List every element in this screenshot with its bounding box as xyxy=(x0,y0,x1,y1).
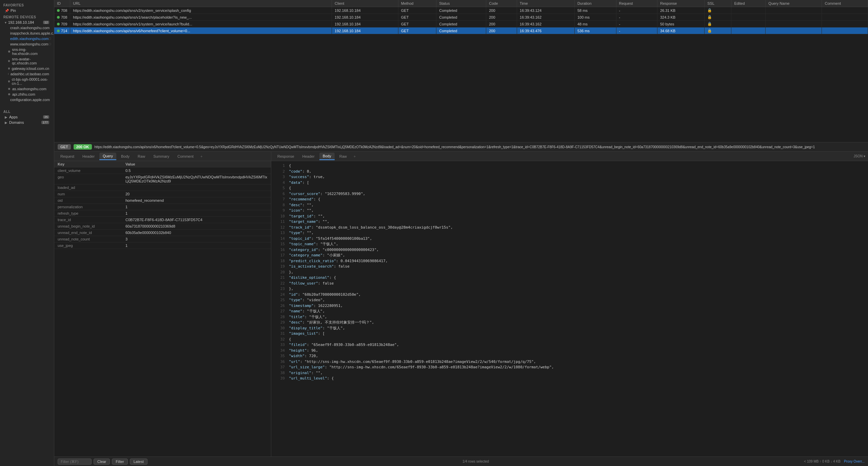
tab-response-header[interactable]: Header xyxy=(299,153,318,160)
sidebar-item-apps[interactable]: ▶ Apps 25 xyxy=(1,114,53,120)
line-content: { xyxy=(289,186,291,191)
json-line: 3 "success": true, xyxy=(275,174,865,180)
col-time[interactable]: Time xyxy=(517,0,574,7)
kv-row[interactable]: geo eyJsYXRpdGRdHVkZSI6MzEuMjU2NzQyNTUwN… xyxy=(54,174,271,185)
add-tab-button[interactable]: + xyxy=(198,153,204,160)
cell-id: 714 xyxy=(54,27,70,34)
tab-request[interactable]: Request xyxy=(57,153,78,160)
cell-code: 200 xyxy=(486,27,517,34)
tab-summary[interactable]: Summary xyxy=(150,153,173,160)
cell-response: 34.68 KB xyxy=(657,27,704,34)
cell-time: 16:39:43.162 xyxy=(517,21,574,27)
kv-value xyxy=(122,185,271,191)
cell-response: 50 bytes xyxy=(657,21,704,27)
cell-id: 709 xyxy=(54,21,70,27)
json-format-label[interactable]: JSON ▾ xyxy=(854,154,865,158)
col-response[interactable]: Response xyxy=(657,0,704,7)
clear-button[interactable]: Clear xyxy=(94,459,110,465)
kv-row[interactable]: client_volume 0.5 xyxy=(54,168,271,174)
line-content: "recommend": { xyxy=(289,197,320,202)
tab-body[interactable]: Body xyxy=(118,153,133,160)
tab-comment[interactable]: Comment xyxy=(174,153,197,160)
kv-key: loaded_ad xyxy=(54,185,122,191)
tab-response-raw[interactable]: Raw xyxy=(336,153,350,160)
chevron-right-icon-apps: ▶ xyxy=(5,115,7,119)
kv-row[interactable]: unread_end_note_id 60b35a9e0000000102b84… xyxy=(54,230,271,236)
kv-key: unread_note_count xyxy=(54,236,122,242)
kv-value: eyJsYXRpdGRdHVkZSI6MzEuMjU2NzQyNTUwNDQwM… xyxy=(122,174,271,185)
kv-key: client_volume xyxy=(54,168,122,174)
line-number: 35 xyxy=(275,353,285,359)
kv-row[interactable]: oid homefeed_recommend xyxy=(54,197,271,204)
apps-label: Apps xyxy=(9,115,18,119)
col-method[interactable]: Method xyxy=(398,0,436,7)
kv-row[interactable]: loaded_ad xyxy=(54,185,271,191)
search-input[interactable] xyxy=(58,459,92,465)
kv-row[interactable]: personalization 1 xyxy=(54,204,271,210)
sidebar-item-crash[interactable]: crash.xiaohongshu.com xyxy=(1,25,53,31)
table-row[interactable]: 709 https://edith.xiaohongshu.com/api/sn… xyxy=(54,21,868,27)
sidebar-item-domains[interactable]: ▶ Domains 177 xyxy=(1,120,53,125)
tab-header[interactable]: Header xyxy=(79,153,98,160)
col-edited[interactable]: Edited xyxy=(731,0,766,7)
col-url[interactable]: URL xyxy=(70,0,332,7)
proxy-override-label[interactable]: Proxy Overr... xyxy=(844,460,865,463)
line-content: "timestamp": 1622280951, xyxy=(289,303,343,309)
sidebar-item-www[interactable]: www.xiaohongshu.com ⬡ xyxy=(1,41,53,47)
kv-val-header: Value xyxy=(122,161,271,168)
sidebar-item-apple-config[interactable]: configuration.apple.com xyxy=(1,97,53,102)
line-content: "fileid": "65eaef9f-8930-33b0-a859-e0181… xyxy=(289,342,399,348)
line-content: "dislike_optional": { xyxy=(289,275,336,281)
line-number: 16 xyxy=(275,247,285,253)
sidebar-item-inapp[interactable]: inappcheck.itunes.apple.c... xyxy=(1,31,53,36)
sidebar-item-ip[interactable]: ▾ 192.168.10.184 12 xyxy=(1,20,53,25)
latest-button[interactable]: Latest xyxy=(130,459,147,465)
tab-response[interactable]: Response xyxy=(274,153,298,160)
col-query-name[interactable]: Query Name xyxy=(766,0,822,7)
col-ssl[interactable]: SSL xyxy=(705,0,731,7)
sidebar-item-adashbc[interactable]: adashbc.ut.taobao.com xyxy=(1,71,53,77)
add-response-tab-button[interactable]: + xyxy=(352,153,358,160)
col-comment[interactable]: Comment xyxy=(822,0,868,7)
sidebar-item-zhihu[interactable]: api.zhihu.com xyxy=(1,92,53,97)
sidebar-item-ct-bjs[interactable]: ct-bjs-sgh-00001.oos-cn-1... xyxy=(1,77,53,86)
kv-row[interactable]: num 20 xyxy=(54,191,271,197)
col-request[interactable]: Request xyxy=(616,0,657,7)
line-number: 36 xyxy=(275,359,285,365)
col-code[interactable]: Code xyxy=(486,0,517,7)
line-number: 22 xyxy=(275,281,285,287)
kv-row[interactable]: unread_begin_note_id 60a7318700000000210… xyxy=(54,223,271,230)
kv-row[interactable]: use_jpeg 1 xyxy=(54,242,271,249)
tab-response-body[interactable]: Body xyxy=(319,153,335,160)
filter-button[interactable]: Filter xyxy=(112,459,127,465)
sidebar-item-edith[interactable]: edith.xiaohongshu.com ⬡ xyxy=(1,36,53,41)
json-line: 22 "follow_user": false xyxy=(275,281,865,287)
cell-edited xyxy=(731,27,766,34)
line-content: "category_id": "c000000000000000000423", xyxy=(289,247,379,253)
sidebar-item-gateway[interactable]: gateway.icloud.com.cn xyxy=(1,66,53,71)
line-number: 1 xyxy=(275,163,285,169)
line-number: 33 xyxy=(275,342,285,348)
col-duration[interactable]: Duration xyxy=(574,0,616,7)
kv-row[interactable]: trace_id C0B72B7E-F8F6-418D-8A9F-C71153F… xyxy=(54,217,271,223)
table-row[interactable]: 708 https://edith.xiaohongshu.com/api/sn… xyxy=(54,7,868,14)
sidebar-item-sns-avatar[interactable]: sns-avatar-qc.xhscdn.com xyxy=(1,56,53,66)
col-status[interactable]: Status xyxy=(436,0,486,7)
col-client[interactable]: Client xyxy=(332,0,398,7)
json-line: 18 "predict_click_ratio": 0.041944310069… xyxy=(275,258,865,264)
sidebar-item-as[interactable]: as.xiaohongshu.com xyxy=(1,86,53,92)
tab-raw[interactable]: Raw xyxy=(134,153,149,160)
kv-row[interactable]: unread_note_count 3 xyxy=(54,236,271,242)
kv-row[interactable]: refresh_type 1 xyxy=(54,210,271,217)
line-number: 26 xyxy=(275,303,285,309)
table-row[interactable]: 708 https://edith.xiaohongshu.com/api/sn… xyxy=(54,14,868,21)
sidebar-item-sns-img[interactable]: sns-img-hw.xhscdn.com xyxy=(1,47,53,56)
col-id[interactable]: ID xyxy=(54,0,70,7)
cell-url: https://edith.xiaohongshu.com/api/sns/v6… xyxy=(70,27,332,34)
sidebar-item-pin[interactable]: 📌 Pin xyxy=(1,8,53,13)
line-number: 28 xyxy=(275,314,285,320)
rows-selected-label: 1/4 rows selected xyxy=(150,460,802,463)
json-line: 19 "is_activate_search": false xyxy=(275,264,865,270)
table-row[interactable]: 714 https://edith.xiaohongshu.com/api/sn… xyxy=(54,27,868,34)
tab-query[interactable]: Query xyxy=(99,153,116,160)
